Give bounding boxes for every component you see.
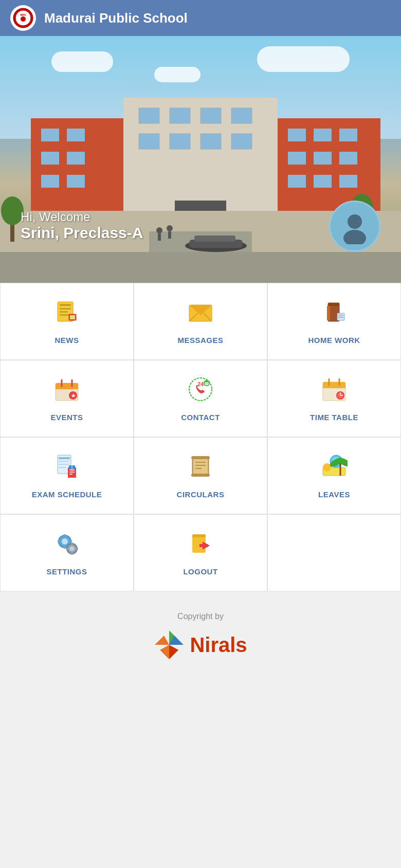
logout-label: LOGOUT xyxy=(183,567,217,576)
svg-rect-11 xyxy=(200,134,221,149)
menu-grid: NEWS MESSAGES HOME WORK ★ EVENTS 24 xyxy=(0,283,401,591)
welcome-greeting: Hi, Welcome xyxy=(21,210,143,224)
svg-rect-101 xyxy=(191,456,210,459)
nirals-logo: Nirals xyxy=(10,629,391,660)
contact-icon: 24 ☎ xyxy=(187,376,214,407)
svg-rect-119 xyxy=(71,553,73,555)
svg-rect-8 xyxy=(231,108,252,123)
svg-marker-127 xyxy=(155,636,169,645)
svg-rect-121 xyxy=(76,548,78,550)
svg-point-111 xyxy=(62,538,68,545)
menu-item-contact[interactable]: 24 ☎ CONTACT xyxy=(134,360,267,437)
svg-rect-113 xyxy=(64,546,66,549)
news-icon xyxy=(53,299,80,330)
svg-rect-30 xyxy=(314,175,332,188)
svg-rect-9 xyxy=(139,134,159,149)
svg-rect-48 xyxy=(60,304,71,306)
timetable-label: TIME TABLE xyxy=(310,413,358,422)
svg-rect-49 xyxy=(60,308,71,310)
svg-rect-36 xyxy=(194,236,235,242)
svg-rect-120 xyxy=(66,548,68,550)
svg-rect-23 xyxy=(288,129,306,141)
svg-rect-59 xyxy=(328,303,339,306)
svg-marker-130 xyxy=(160,645,169,659)
menu-item-logout[interactable]: LOGOUT xyxy=(134,514,267,591)
leaves-icon xyxy=(321,453,348,484)
svg-point-3 xyxy=(21,16,26,22)
nirals-brand: Nirals xyxy=(190,634,247,657)
svg-point-46 xyxy=(343,230,366,244)
svg-rect-24 xyxy=(314,129,332,141)
leaves-label: LEAVES xyxy=(318,490,350,499)
svg-rect-118 xyxy=(71,542,73,545)
svg-rect-27 xyxy=(314,152,332,165)
app-header: MPS Madurai Public School xyxy=(0,0,401,36)
messages-icon xyxy=(187,299,214,330)
menu-item-messages[interactable]: MESSAGES xyxy=(134,283,267,360)
svg-rect-112 xyxy=(64,534,66,537)
svg-rect-25 xyxy=(339,129,357,141)
svg-rect-26 xyxy=(288,152,306,165)
svg-point-104 xyxy=(323,463,331,472)
logout-icon xyxy=(187,530,214,561)
svg-point-39 xyxy=(167,225,173,231)
svg-rect-123 xyxy=(192,534,206,537)
svg-rect-31 xyxy=(339,175,357,188)
avatar xyxy=(329,201,380,252)
svg-rect-21 xyxy=(67,175,85,188)
svg-rect-16 xyxy=(41,129,59,141)
menu-item-settings[interactable]: SETTINGS xyxy=(0,514,134,591)
svg-rect-28 xyxy=(339,152,357,165)
menu-item-timetable[interactable]: TIME TABLE xyxy=(267,360,401,437)
svg-rect-60 xyxy=(327,306,330,320)
svg-rect-19 xyxy=(67,152,85,165)
svg-rect-78 xyxy=(323,385,345,388)
messages-label: MESSAGES xyxy=(177,336,223,345)
nirals-diamond-icon xyxy=(154,629,185,660)
svg-rect-38 xyxy=(158,233,161,241)
svg-rect-6 xyxy=(170,108,190,123)
menu-item-homework[interactable]: HOME WORK xyxy=(267,283,401,360)
svg-rect-10 xyxy=(170,134,190,149)
menu-item-circulars[interactable]: CIRCULARS xyxy=(134,437,267,514)
events-icon: ★ xyxy=(53,376,80,407)
svg-rect-12 xyxy=(231,134,252,149)
svg-rect-114 xyxy=(58,540,60,542)
svg-rect-50 xyxy=(60,311,68,313)
svg-text:☎: ☎ xyxy=(204,382,209,386)
svg-rect-17 xyxy=(67,129,85,141)
svg-marker-129 xyxy=(169,645,178,659)
contact-label: CONTACT xyxy=(181,413,220,422)
svg-point-37 xyxy=(156,227,162,233)
user-name: Srini, Preclass-A xyxy=(21,224,143,242)
svg-rect-115 xyxy=(69,540,72,542)
homework-icon xyxy=(321,299,348,330)
menu-item-news[interactable]: NEWS xyxy=(0,283,134,360)
footer: Copyright by Nirals xyxy=(0,591,401,691)
svg-rect-61 xyxy=(337,313,344,320)
svg-rect-102 xyxy=(191,474,210,477)
circulars-label: CIRCULARS xyxy=(177,490,225,499)
events-label: EVENTS xyxy=(50,413,83,422)
svg-point-117 xyxy=(69,546,75,551)
hero-banner: MADURAI PUBLIC SCHOOL xyxy=(0,36,401,283)
menu-item-examschedule[interactable]: EXAM SCHEDULE xyxy=(0,437,134,514)
school-name: Madurai Public School xyxy=(44,10,188,26)
copyright-text: Copyright by xyxy=(10,612,391,621)
svg-rect-40 xyxy=(168,231,171,239)
svg-text:MPS: MPS xyxy=(21,13,27,16)
examschedule-icon xyxy=(53,453,80,484)
menu-item-empty xyxy=(267,514,401,591)
svg-rect-18 xyxy=(41,152,59,165)
svg-text:24: 24 xyxy=(197,381,204,387)
news-label: NEWS xyxy=(55,336,79,345)
homework-label: HOME WORK xyxy=(308,336,360,345)
svg-rect-66 xyxy=(56,386,78,389)
menu-item-leaves[interactable]: LEAVES xyxy=(267,437,401,514)
svg-rect-7 xyxy=(200,108,221,123)
menu-item-events[interactable]: ★ EVENTS xyxy=(0,360,134,437)
svg-rect-5 xyxy=(139,108,159,123)
school-logo: MPS xyxy=(10,5,36,31)
svg-rect-86 xyxy=(59,457,70,459)
circulars-icon xyxy=(187,453,214,484)
